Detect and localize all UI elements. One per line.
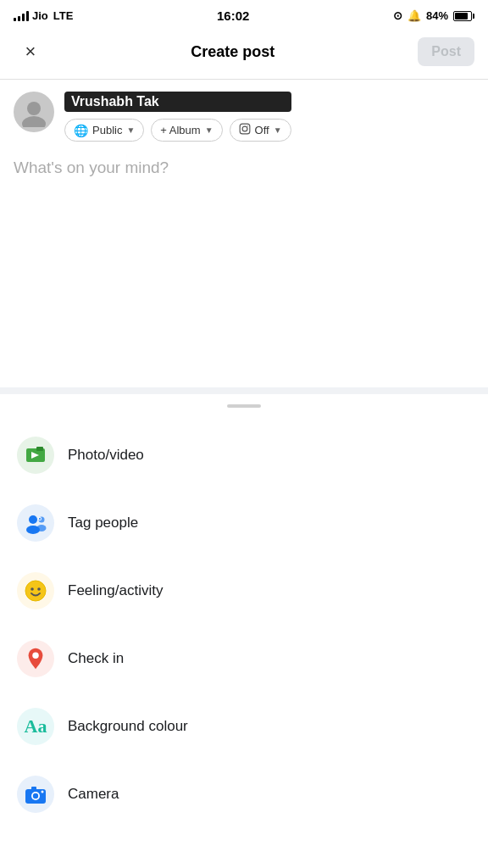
instagram-selector[interactable]: Off ▼ bbox=[230, 119, 291, 142]
close-button[interactable]: × bbox=[14, 35, 47, 69]
background-colour-label: Background colour bbox=[68, 718, 188, 735]
background-colour-icon: Aa bbox=[17, 708, 54, 745]
instagram-icon bbox=[239, 123, 251, 137]
svg-point-13 bbox=[39, 518, 41, 520]
battery-percent: 84% bbox=[426, 9, 448, 22]
action-check-in[interactable]: Check in bbox=[0, 625, 488, 693]
sheet-handle bbox=[227, 404, 261, 408]
action-background-colour[interactable]: Aa Background colour bbox=[0, 693, 488, 760]
location-icon: ⊙ bbox=[393, 9, 402, 22]
header: × Create post Post bbox=[0, 28, 488, 80]
action-tag-people[interactable]: Tag people bbox=[0, 489, 488, 557]
status-bar: Jio LTE 16:02 ⊙ 🔔 84% bbox=[0, 0, 488, 28]
svg-point-15 bbox=[30, 587, 34, 591]
check-in-label: Check in bbox=[68, 650, 124, 667]
username: Vrushabh Tak bbox=[64, 92, 291, 112]
svg-rect-21 bbox=[31, 787, 36, 790]
svg-point-8 bbox=[29, 515, 37, 524]
status-left: Jio LTE bbox=[14, 9, 73, 22]
instagram-label: Off bbox=[255, 124, 269, 136]
album-label: + Album bbox=[160, 124, 200, 136]
svg-point-4 bbox=[247, 125, 247, 126]
action-feeling[interactable]: Feeling/activity bbox=[0, 557, 488, 625]
chevron-down-icon-album: ▼ bbox=[205, 125, 214, 135]
svg-rect-7 bbox=[36, 447, 43, 451]
compose-placeholder: What's on your mind? bbox=[14, 159, 474, 177]
globe-icon: 🌐 bbox=[74, 124, 88, 137]
status-time: 16:02 bbox=[217, 8, 249, 23]
avatar bbox=[14, 92, 54, 132]
svg-point-16 bbox=[37, 587, 41, 591]
album-selector[interactable]: + Album ▼ bbox=[151, 119, 222, 142]
svg-rect-2 bbox=[240, 124, 250, 134]
user-row: Vrushabh Tak 🌐 Public ▼ + Album ▼ bbox=[0, 80, 488, 150]
tag-people-icon bbox=[17, 504, 54, 542]
svg-point-0 bbox=[27, 102, 41, 115]
status-right: ⊙ 🔔 84% bbox=[393, 9, 474, 22]
svg-point-11 bbox=[37, 525, 47, 531]
svg-point-1 bbox=[22, 116, 46, 127]
feeling-label: Feeling/activity bbox=[68, 582, 163, 599]
action-photo-video[interactable]: Photo/video bbox=[0, 421, 488, 489]
user-info: Vrushabh Tak 🌐 Public ▼ + Album ▼ bbox=[64, 92, 291, 142]
svg-point-14 bbox=[25, 581, 46, 601]
audience-label: Public bbox=[92, 124, 122, 136]
svg-point-20 bbox=[33, 793, 38, 798]
camera-icon bbox=[17, 776, 54, 813]
photo-video-label: Photo/video bbox=[68, 447, 144, 464]
user-controls: 🌐 Public ▼ + Album ▼ Off ▼ bbox=[64, 119, 291, 142]
alarm-icon: 🔔 bbox=[408, 9, 421, 22]
chevron-down-icon-ig: ▼ bbox=[274, 125, 282, 135]
svg-point-17 bbox=[32, 653, 38, 659]
battery-icon bbox=[453, 11, 474, 21]
page-title: Create post bbox=[191, 43, 274, 61]
network-type: LTE bbox=[53, 9, 74, 22]
action-camera[interactable]: Camera bbox=[0, 760, 488, 828]
feeling-icon bbox=[17, 572, 54, 609]
post-button[interactable]: Post bbox=[418, 37, 474, 66]
compose-area[interactable]: What's on your mind? bbox=[0, 150, 488, 387]
signal-bars bbox=[14, 11, 29, 21]
svg-point-22 bbox=[42, 791, 44, 793]
svg-point-3 bbox=[242, 126, 247, 131]
tag-people-label: Tag people bbox=[68, 515, 138, 531]
carrier: Jio bbox=[32, 9, 48, 22]
check-in-icon bbox=[17, 640, 54, 677]
chevron-down-icon: ▼ bbox=[126, 125, 135, 135]
photo-video-icon bbox=[17, 437, 54, 474]
divider bbox=[0, 387, 488, 394]
camera-label: Camera bbox=[68, 786, 119, 803]
bottom-sheet: Photo/video Tag people bbox=[0, 394, 488, 828]
audience-selector[interactable]: 🌐 Public ▼ bbox=[64, 119, 144, 142]
